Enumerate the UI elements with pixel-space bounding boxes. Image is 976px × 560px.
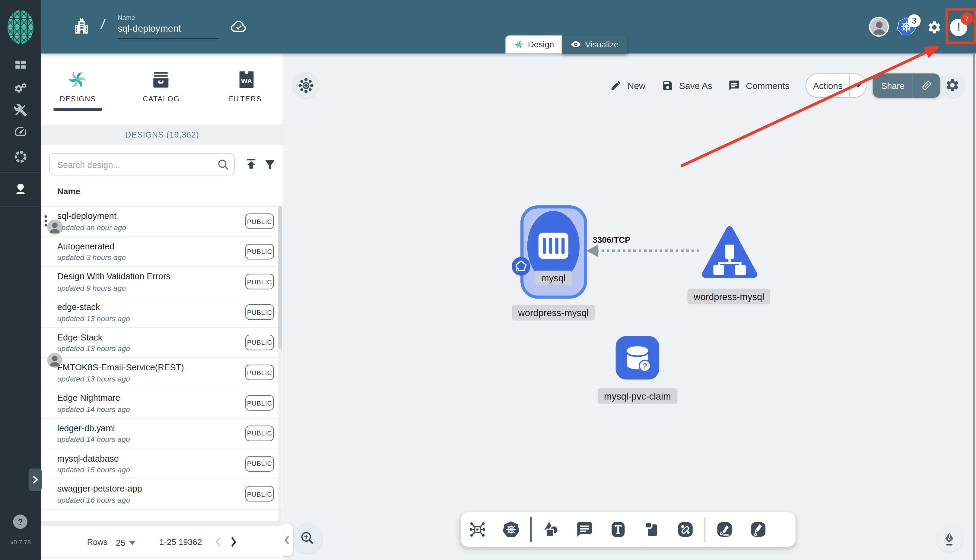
comments-button[interactable]: Comments	[729, 80, 789, 92]
settings-icon[interactable]	[927, 20, 942, 35]
sidebar-item-lifecycle[interactable]	[13, 82, 27, 95]
design-name-field[interactable]: sql-deployment	[118, 23, 181, 33]
components-tool-icon[interactable]	[469, 521, 486, 538]
canvas-settings-button[interactable]	[940, 73, 965, 98]
user-avatar[interactable]	[869, 17, 889, 37]
tab-filters[interactable]: FILTERS	[217, 95, 274, 105]
deployment-badge-icon[interactable]	[511, 256, 531, 276]
navigation-rail: ? v0.7.78	[0, 0, 41, 560]
note-tool-icon[interactable]	[642, 521, 660, 538]
design-name: Edge Nightmare	[57, 393, 120, 403]
design-updated: updated an hour ago	[57, 223, 127, 232]
column-header-name: Name	[57, 187, 80, 196]
row-owner-avatar	[47, 220, 62, 235]
save-as-button[interactable]: Save As	[662, 80, 712, 92]
design-visibility-badge: PUBLIC	[245, 213, 274, 229]
sketch-tool-icon[interactable]	[749, 521, 767, 538]
pen-tool-icon[interactable]	[716, 521, 733, 538]
help-glyph: ?	[17, 517, 23, 527]
edge-line[interactable]	[596, 249, 702, 252]
design-name: swagger-petstore-app	[57, 484, 142, 494]
notification-glyph: !	[957, 20, 961, 34]
tab-design[interactable]: Design	[506, 36, 562, 54]
row-owner-avatar	[47, 353, 62, 368]
link-tool-icon[interactable]	[676, 521, 694, 538]
search-icon[interactable]	[217, 158, 230, 172]
actions-caret-icon[interactable]	[855, 83, 862, 87]
eye-icon	[570, 40, 581, 49]
search-box	[49, 153, 235, 175]
canvas-toolbar: New Save As Comments Actions Share	[610, 73, 940, 97]
edge-port-label[interactable]: 3306/TCP	[592, 235, 630, 245]
canvas-mesh-style-button[interactable]	[293, 72, 319, 98]
design-list-item[interactable]: Edge Nightmare updated 14 hours ago PUBL…	[41, 388, 283, 418]
dock-divider	[704, 517, 706, 542]
import-design-icon[interactable]	[244, 157, 258, 171]
design-list-item[interactable]: sql-deployment updated an hour ago PUBLI…	[41, 207, 283, 237]
pagination-divider	[41, 522, 283, 527]
share-label: Share	[873, 80, 913, 90]
node-service[interactable]	[701, 224, 758, 283]
design-list-item[interactable]: swagger-petstore-app updated 16 hours ag…	[41, 479, 283, 509]
design-list-item[interactable]: ledger-db.yaml updated 14 hours ago PUBL…	[41, 418, 283, 449]
sidebar-item-extensions[interactable]	[13, 150, 27, 163]
design-canvas[interactable]	[283, 53, 976, 560]
rail-divider	[0, 206, 41, 207]
text-tool-icon[interactable]	[609, 521, 627, 538]
canvas-dock	[461, 512, 796, 547]
share-button[interactable]: Share	[873, 73, 940, 97]
sidebar-item-configuration[interactable]	[13, 103, 27, 117]
meshery-logo[interactable]	[7, 9, 34, 45]
gear-icon	[945, 78, 960, 93]
comments-label: Comments	[746, 80, 789, 90]
rail-expand-button[interactable]	[29, 468, 42, 491]
designs-tab-icon	[66, 68, 88, 91]
zoom-in-button[interactable]	[293, 523, 322, 553]
freestyle-pen-button[interactable]	[936, 526, 963, 552]
new-button[interactable]: New	[610, 80, 646, 92]
pagination-bar: Rows 25 1-25 19362	[41, 527, 283, 558]
design-list-item[interactable]: mysql-database updated 15 hours ago PUBL…	[41, 449, 283, 479]
tab-visualize-label: Visualize	[585, 40, 619, 49]
rows-label: Rows	[87, 538, 107, 547]
help-button[interactable]: ?	[13, 515, 27, 528]
design-updated: updated 13 hours ago	[57, 375, 130, 383]
sidebar-item-kanvas[interactable]	[13, 182, 27, 196]
rows-per-page-select[interactable]: 25	[116, 538, 125, 548]
list-scrollbar-thumb[interactable]	[278, 206, 282, 349]
next-page-icon[interactable]	[229, 536, 238, 548]
search-input[interactable]	[56, 154, 208, 175]
save-as-label: Save As	[679, 80, 712, 90]
filter-icon[interactable]	[264, 158, 276, 171]
design-list-item[interactable]: FMTOK8S-Email-Service(REST) updated 13 h…	[41, 358, 283, 388]
sidebar-item-performance[interactable]	[13, 125, 27, 138]
rows-per-page-caret-icon[interactable]	[129, 541, 136, 545]
organization-icon[interactable]	[73, 17, 90, 36]
pvc-question-glyph: ?	[642, 362, 647, 370]
design-name-underline	[118, 38, 219, 39]
design-name: Design With Validation Errors	[57, 272, 170, 282]
design-list-item[interactable]: edge-stack updated 13 hours ago PUBLIC	[41, 297, 283, 327]
tab-visualize[interactable]: Visualize	[562, 36, 627, 54]
tab-catalog[interactable]: CATALOG	[133, 95, 189, 105]
copy-link-icon[interactable]	[921, 80, 933, 92]
sidebar-item-dashboard[interactable]	[13, 58, 27, 72]
comment-tool-icon[interactable]	[576, 521, 593, 538]
designs-panel: WA DESIGNS CATALOG FILTERS DESIGNS (19,3…	[41, 53, 283, 560]
design-updated: updated 13 hours ago	[57, 344, 130, 353]
window-scrollbar[interactable]	[973, 53, 974, 560]
node-pvc[interactable]: ?	[615, 335, 660, 380]
design-list-item[interactable]: Autogenerated updated 3 hours ago PUBLIC	[41, 237, 283, 267]
actions-button[interactable]: Actions	[806, 73, 867, 97]
prev-page-icon[interactable]	[214, 536, 223, 548]
design-list-item[interactable]: Edge-Stack updated 13 hours ago PUBLIC	[41, 328, 283, 358]
actions-label: Actions	[806, 80, 849, 90]
design-list-item[interactable]: Design With Validation Errors updated 9 …	[41, 267, 283, 297]
kubernetes-tool-icon[interactable]	[502, 521, 520, 538]
row-menu-icon[interactable]	[44, 215, 47, 227]
shapes-tool-icon[interactable]	[542, 521, 559, 538]
breadcrumb-separator: /	[100, 16, 106, 33]
tab-designs[interactable]: DESIGNS	[53, 95, 103, 105]
design-name-label: Name	[118, 13, 135, 21]
deployment-node-label: wordpress-mysql	[512, 305, 595, 320]
